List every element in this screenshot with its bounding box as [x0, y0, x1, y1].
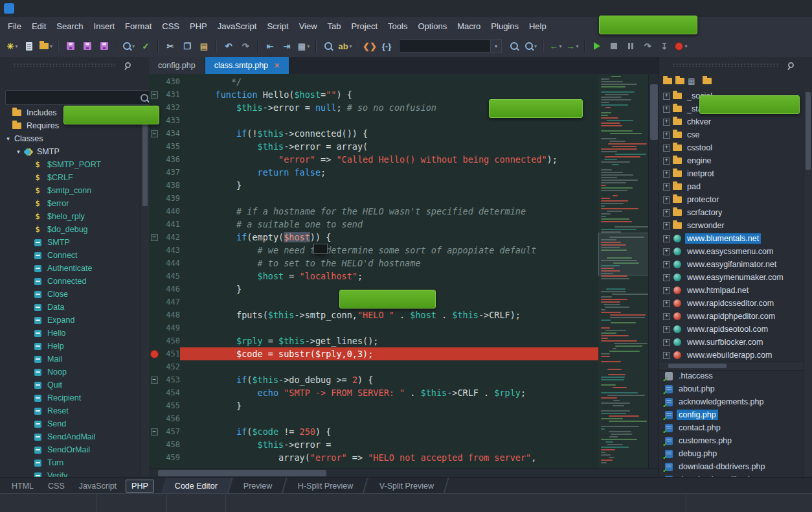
menu-plugins[interactable]: Plugins: [486, 19, 524, 34]
folder-item[interactable]: +www.easymenumaker.com: [659, 271, 804, 284]
gutter-marks[interactable]: −: [149, 377, 159, 384]
insert-tag-icon[interactable]: ❮❯: [362, 38, 378, 54]
line-number[interactable]: 433: [159, 114, 180, 127]
tree-expand-icon[interactable]: ▾: [4, 135, 12, 142]
line-number[interactable]: 443: [159, 244, 180, 257]
tree-expand-icon[interactable]: +: [663, 235, 670, 242]
menu-view[interactable]: View: [294, 19, 322, 34]
line-number[interactable]: 432: [159, 101, 180, 114]
code-explorer-item[interactable]: $$helo_rply: [0, 210, 141, 223]
menu-macro[interactable]: Macro: [452, 19, 486, 34]
code-explorer-item[interactable]: Data: [0, 301, 141, 314]
code-explorer-item[interactable]: Turn: [0, 456, 141, 469]
tree-expand-icon[interactable]: +: [663, 287, 670, 294]
pause-icon[interactable]: [623, 38, 638, 54]
line-number[interactable]: 442: [159, 231, 180, 244]
layout-view-icon-dropdown[interactable]: ▾: [307, 43, 310, 49]
line-number[interactable]: 459: [159, 451, 180, 464]
navigate-back-icon-dropdown[interactable]: ▾: [559, 43, 561, 49]
tree-expand-icon[interactable]: +: [663, 274, 670, 281]
code-line[interactable]: 430 */: [149, 75, 598, 88]
tree-expand-icon[interactable]: +: [663, 119, 670, 126]
stop-icon[interactable]: [606, 38, 622, 54]
folder-item[interactable]: +www.rapidcsseditor.com: [659, 297, 804, 310]
view-tab-preview[interactable]: Preview: [229, 478, 288, 494]
code-explorer-item[interactable]: Connected: [0, 275, 141, 288]
code-line[interactable]: 459 array("error" => "HELO not accepted …: [149, 451, 598, 464]
code-line[interactable]: −442 if(empty($host)) {: [149, 231, 598, 244]
folder-item[interactable]: +protector: [659, 193, 804, 206]
find-in-files-icon[interactable]: [321, 38, 336, 54]
paste-icon[interactable]: ▤: [196, 38, 212, 54]
gutter-marks[interactable]: −: [149, 91, 159, 99]
view-tab-h-split-preview[interactable]: H-Split Preview: [284, 478, 369, 494]
code-line[interactable]: 444 # to set to the HELO'd hostname: [149, 257, 598, 270]
step-over-icon[interactable]: ↷: [640, 38, 655, 54]
find-next-icon[interactable]: [506, 38, 522, 54]
code-explorer-item[interactable]: $$error: [0, 197, 141, 210]
tree-expand-icon[interactable]: +: [663, 132, 670, 139]
code-line[interactable]: 456: [149, 412, 598, 425]
line-number[interactable]: 440: [159, 205, 180, 218]
doc-tab-javascript[interactable]: JavaScript: [74, 480, 122, 492]
fold-collapse-icon[interactable]: −: [151, 377, 158, 384]
file-item[interactable]: config.php: [659, 408, 804, 421]
breakpoint-icon[interactable]: [150, 350, 159, 358]
code-explorer-item[interactable]: SMTP: [0, 236, 141, 249]
pin-icon[interactable]: [122, 62, 133, 68]
line-number[interactable]: 454: [159, 386, 180, 399]
tree-expand-icon[interactable]: +: [663, 352, 670, 359]
tree-expand-icon[interactable]: +: [663, 157, 670, 165]
code-explorer-item[interactable]: Send: [0, 417, 141, 430]
tree-expand-icon[interactable]: +: [663, 170, 670, 178]
line-number[interactable]: 431: [159, 88, 180, 101]
navigate-back-icon[interactable]: ←▾: [548, 38, 563, 54]
folder-item[interactable]: +www.webuilderapp.com: [659, 349, 804, 362]
line-number[interactable]: 445: [159, 270, 180, 283]
code-line[interactable]: 443 # we need to determine some sort of …: [149, 244, 598, 257]
menu-tools[interactable]: Tools: [383, 19, 412, 34]
fold-collapse-icon[interactable]: −: [151, 91, 158, 99]
gutter-marks[interactable]: −: [149, 428, 159, 436]
doc-tab-css[interactable]: CSS: [43, 480, 70, 492]
folder-item[interactable]: +engine: [659, 154, 804, 167]
menu-insert[interactable]: Insert: [89, 19, 120, 34]
tree-expand-icon[interactable]: +: [663, 196, 670, 204]
folder-dropdown-icon[interactable]: [703, 78, 712, 84]
line-number[interactable]: 452: [159, 360, 180, 373]
menu-help[interactable]: Help: [524, 19, 552, 34]
code-explorer-item[interactable]: Authenticate: [0, 262, 141, 275]
close-button[interactable]: [784, 0, 812, 17]
view-mode-icon[interactable]: ▦: [688, 76, 695, 86]
folder-item[interactable]: +www.htmlpad.net: [659, 284, 804, 297]
new-folder-icon[interactable]: [675, 78, 684, 84]
code-explorer-item[interactable]: SendOrMail: [0, 443, 141, 456]
code-line[interactable]: −457 if($code != 250) {: [149, 425, 598, 438]
indent-icon[interactable]: ⇥: [279, 38, 295, 54]
tree-expand-icon[interactable]: +: [663, 261, 670, 268]
file-item[interactable]: about.php: [659, 382, 804, 395]
tree-expand-icon[interactable]: +: [663, 106, 670, 113]
code-explorer-item[interactable]: Hello: [0, 327, 141, 340]
open-file-icon[interactable]: ▾: [38, 38, 54, 54]
view-tab-code-editor[interactable]: Code Editor: [161, 478, 232, 494]
line-number[interactable]: 437: [159, 166, 180, 179]
code-explorer-item[interactable]: Quit: [0, 378, 141, 391]
combobox-dropdown-icon[interactable]: ▾: [491, 39, 502, 53]
folder-item[interactable]: +www.easycssmenu.com: [659, 245, 804, 258]
tree-expand-icon[interactable]: +: [663, 313, 670, 320]
line-number[interactable]: 436: [159, 153, 180, 166]
code-explorer-item[interactable]: Mail: [0, 353, 141, 366]
line-number[interactable]: 457: [159, 425, 180, 438]
layout-view-icon[interactable]: ▦▾: [296, 38, 311, 54]
menu-options[interactable]: Options: [412, 19, 452, 34]
file-item[interactable]: contact.php: [659, 421, 804, 434]
code-explorer-item[interactable]: ▾Classes: [0, 132, 141, 145]
line-number[interactable]: 446: [159, 283, 180, 296]
tree-expand-icon[interactable]: +: [663, 145, 670, 152]
tree-expand-icon[interactable]: +: [663, 183, 670, 191]
scroll-up-icon[interactable]: [649, 74, 659, 83]
line-number[interactable]: 450: [159, 334, 180, 347]
code-explorer-item[interactable]: $$SMTP_PORT: [0, 158, 141, 171]
file-item[interactable]: acknowledgements.php: [659, 395, 804, 408]
